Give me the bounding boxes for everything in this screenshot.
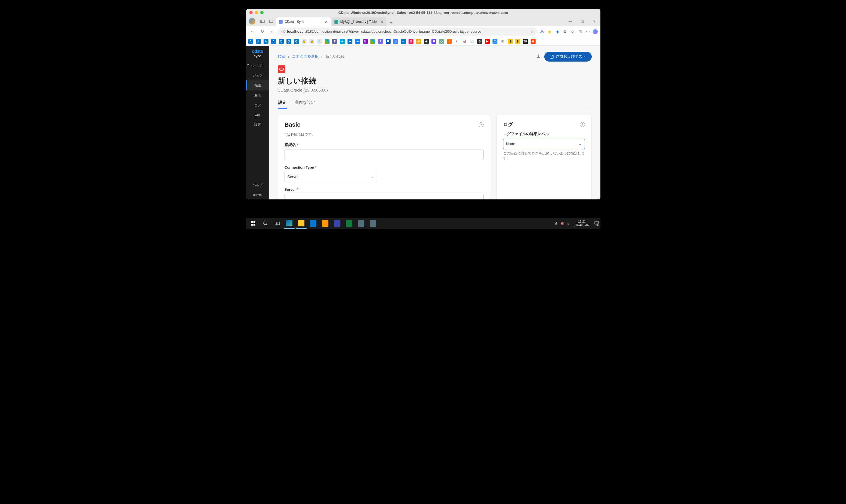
bookmark-icon[interactable]: A — [248, 39, 253, 44]
conn-type-select[interactable]: Server ⌄ — [284, 172, 377, 182]
tray-network-icon[interactable]: 🖧 — [554, 222, 558, 225]
browser-tab[interactable]: MySQL_inventory | Table ✕ — [332, 17, 386, 26]
breadcrumb-connections[interactable]: 接続 — [278, 54, 285, 59]
sidebar-item-settings[interactable]: 設定 — [246, 120, 269, 130]
favorite-icon[interactable]: ☆ — [531, 30, 534, 34]
server-input[interactable] — [284, 194, 483, 199]
bookmark-icon[interactable]: O — [279, 39, 284, 44]
bookmark-icon[interactable]: F — [378, 39, 383, 44]
bookmark-icon[interactable]: A — [264, 39, 268, 44]
copilot-icon[interactable] — [593, 29, 598, 34]
create-and-test-button[interactable]: 作成およびテスト — [544, 52, 592, 61]
close-tab-button[interactable]: ✕ — [380, 20, 384, 24]
extension-icon[interactable]: ◉ — [554, 29, 560, 34]
bookmark-icon[interactable]: 📁 — [416, 39, 421, 44]
sidebar-item-dashboard[interactable]: ダッシュボード — [246, 60, 269, 70]
bookmark-icon[interactable]: A — [256, 39, 261, 44]
bookmark-icon[interactable]: ✦ — [447, 39, 452, 44]
taskbar-app[interactable] — [368, 218, 378, 229]
bookmark-icon[interactable]: 🔒 — [309, 39, 314, 44]
taskbar-app[interactable] — [356, 218, 367, 229]
bookmark-icon[interactable]: S — [408, 39, 413, 44]
bookmark-icon[interactable]: ✓ — [317, 39, 322, 44]
tray-icon[interactable]: ⊘ — [567, 222, 569, 225]
help-icon[interactable]: ? — [580, 122, 585, 127]
url-input[interactable]: ⓘ localhost :8181/connection-details.rst… — [278, 28, 537, 36]
favorites-icon[interactable]: ✩ — [570, 29, 575, 34]
bookmark-icon[interactable]: O — [286, 39, 292, 44]
bookmark-icon[interactable]: G — [477, 39, 482, 44]
extension-icon[interactable]: ◆ — [547, 29, 552, 34]
taskbar-app[interactable] — [332, 218, 342, 229]
bookmark-icon[interactable]: ☁ — [340, 39, 345, 44]
bookmark-icon[interactable] — [324, 39, 330, 44]
refresh-button[interactable]: ↻ — [259, 28, 266, 35]
new-tab-button[interactable]: ＋ — [387, 19, 395, 26]
workspaces-icon[interactable] — [259, 17, 266, 25]
bookmark-icon[interactable]: 🔒 — [302, 39, 306, 44]
taskbar-edge[interactable] — [284, 218, 295, 229]
bookmark-icon[interactable]: ⬢ — [431, 39, 436, 44]
bookmark-icon[interactable]: ▮ — [508, 39, 513, 44]
conn-name-input[interactable] — [284, 149, 483, 160]
bookmark-icon[interactable]: ✖ — [386, 39, 391, 44]
bookmark-icon[interactable]: ▮ — [515, 39, 520, 44]
bookmark-icon[interactable]: O — [294, 39, 299, 44]
taskbar-clock[interactable]: 16:22 2024/12/07 — [572, 220, 592, 227]
sidebar-item-admin[interactable]: admin — [246, 190, 269, 199]
bookmark-icon[interactable]: ☁ — [348, 39, 352, 44]
bookmark-icon[interactable]: N — [363, 39, 368, 44]
bookmark-icon[interactable]: ◆ — [424, 39, 429, 44]
tab-advanced[interactable]: 高度な設定 — [294, 98, 316, 109]
bookmark-icon[interactable]: 📊 — [470, 39, 475, 44]
minimize-button[interactable]: — — [564, 17, 577, 25]
close-tab-button[interactable]: ✕ — [324, 20, 328, 24]
sidebar-item-connections[interactable]: 接続 — [246, 80, 269, 90]
bookmark-icon[interactable]: ▣ — [500, 39, 505, 44]
start-button[interactable] — [248, 218, 259, 229]
bookmark-icon[interactable]: C — [493, 39, 497, 44]
task-view-button[interactable] — [272, 218, 283, 229]
taskbar-app[interactable] — [308, 218, 319, 229]
bookmark-icon[interactable]: ◉ — [531, 39, 535, 44]
bookmark-icon[interactable]: ☁ — [355, 39, 360, 44]
sidebar-item-api[interactable]: API — [246, 111, 269, 120]
bookmark-icon[interactable]: TP — [523, 39, 528, 44]
extensions-menu-icon[interactable]: ⚙ — [562, 29, 568, 34]
notifications-button[interactable]: 2 — [595, 221, 599, 226]
profile-avatar[interactable] — [249, 18, 255, 24]
tray-volume-icon[interactable]: 🔇 — [560, 222, 564, 225]
bookmark-icon[interactable]: T — [332, 39, 337, 44]
download-icon[interactable] — [536, 54, 541, 59]
sidebar-item-jobs[interactable]: ジョブ — [246, 70, 269, 80]
taskbar-explorer[interactable] — [296, 218, 306, 229]
taskbar-app[interactable] — [320, 218, 331, 229]
bookmark-icon[interactable]: A — [271, 39, 276, 44]
collections-icon[interactable]: ⊞ — [578, 29, 583, 34]
sidebar-item-logs[interactable]: ログ — [246, 101, 269, 111]
restore-button[interactable]: ▢ — [577, 17, 588, 25]
browser-tab-active[interactable]: CData - Sync ✕ — [276, 17, 331, 26]
bookmark-icon[interactable]: ▶ — [485, 39, 490, 44]
home-button[interactable]: ⌂ — [268, 28, 276, 35]
sidebar-item-help[interactable]: ヘルプ — [246, 180, 269, 190]
bookmark-icon[interactable]: 📊 — [462, 39, 467, 44]
sidebar-item-transforms[interactable]: 変換 — [246, 90, 269, 101]
tab-settings[interactable]: 設定 — [278, 98, 287, 109]
site-info-icon[interactable]: ⓘ — [282, 29, 285, 34]
bookmark-icon[interactable]: → — [401, 39, 406, 44]
more-icon[interactable]: ⋯ — [585, 29, 591, 34]
bookmark-icon[interactable]: ✦ — [454, 39, 459, 44]
close-button[interactable]: ✕ — [588, 17, 600, 25]
search-button[interactable] — [260, 218, 271, 229]
translate-icon[interactable]: あ — [540, 29, 545, 34]
help-icon[interactable]: ? — [479, 122, 483, 127]
bookmark-icon[interactable] — [370, 39, 375, 44]
tab-actions-icon[interactable] — [267, 17, 275, 25]
breadcrumb-select-connector[interactable]: コネクタを選択 — [292, 54, 319, 59]
bookmark-icon[interactable]: ◎ — [439, 39, 444, 44]
log-level-select[interactable]: None ⌄ — [503, 139, 585, 149]
taskbar-excel[interactable] — [344, 218, 355, 229]
back-button[interactable]: ← — [249, 28, 257, 35]
bookmark-icon[interactable]: □ — [393, 39, 398, 44]
